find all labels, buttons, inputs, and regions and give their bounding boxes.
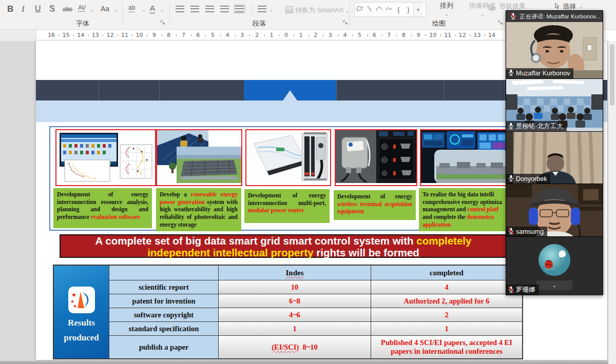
highlight-color-button[interactable]: ab	[128, 4, 135, 13]
mic-muted-icon	[508, 228, 514, 236]
ruler-mark: 6	[197, 32, 200, 38]
video-tile-luoshanna[interactable]: ⌄ 罗珊娜	[506, 236, 603, 295]
participant-name-label: Donyorbek	[506, 174, 550, 184]
shape-effects-icon[interactable]	[488, 4, 496, 13]
chevron-down-icon[interactable]: ⌄	[114, 7, 118, 12]
slide-image-wireless-terminal	[335, 129, 417, 186]
ruler-mark: 10	[430, 32, 437, 38]
ruler-tick	[279, 34, 279, 36]
ruler-tick	[249, 34, 250, 36]
caption-renewable-energy: Develop a renewable energy power generat…	[156, 188, 241, 231]
paragraph-group-label: 段落	[253, 19, 266, 28]
ruler-tick	[440, 34, 441, 36]
right-brace-shape-icon[interactable]: }	[403, 6, 413, 13]
table-cell: 1	[371, 322, 522, 335]
font-dialog-launcher-icon[interactable]	[160, 20, 166, 26]
chevron-down-icon[interactable]: ⌄	[90, 7, 94, 12]
italic-button[interactable]: I	[22, 4, 25, 14]
chevron-up-icon[interactable]: ⌃	[552, 23, 556, 29]
ruler-tick	[235, 34, 236, 36]
ruler-mark: 5	[358, 32, 361, 38]
mic-icon	[508, 175, 514, 183]
curve-shape-icon[interactable]	[384, 6, 394, 13]
results-produced-cell: Results produced	[54, 266, 109, 358]
bold-button[interactable]: B	[7, 4, 13, 14]
shapes-more-dropdown[interactable]: ▾	[413, 3, 422, 16]
convert-smartart-button[interactable]: 转换为 SmartArt ⌄	[285, 6, 349, 15]
chevron-down-icon[interactable]: ⌄	[160, 7, 164, 12]
distribute-button[interactable]	[235, 5, 244, 14]
video-tile-muzaffar[interactable]: ⌃ Muzaffar Kurbonov	[506, 22, 603, 78]
participant-name: samsumg	[516, 228, 544, 235]
table-cell: standard specification	[109, 322, 218, 335]
ruler-mark: 9	[417, 32, 420, 38]
ruler-tick	[132, 34, 132, 36]
ruler-tick	[426, 34, 426, 36]
ruler-mark: 14	[488, 32, 495, 38]
justify-button[interactable]	[220, 5, 229, 14]
ruler-tick	[73, 34, 74, 36]
chevron-down-icon[interactable]: ⌄	[142, 7, 146, 12]
ruler-mark: 1	[299, 32, 303, 38]
chevron-down-icon[interactable]: ⌄	[579, 4, 583, 9]
ruler-tick	[294, 34, 294, 36]
video-tile-classroom[interactable]: 景柳铭-北方工大	[506, 78, 603, 132]
character-spacing-button[interactable]: AV	[78, 4, 86, 12]
video-tile-samsumg[interactable]: samsumg	[506, 184, 603, 237]
arrange-button[interactable]: 排列⌄	[434, 2, 459, 18]
banner-text: A complete set of big data smart grid sm…	[76, 235, 491, 258]
table-cell: 10	[219, 280, 371, 294]
arc-shape-icon[interactable]	[374, 6, 384, 13]
separator	[122, 2, 123, 25]
align-left-button[interactable]	[176, 5, 184, 14]
ruler-mark: 3	[329, 32, 332, 38]
mic-muted-icon	[510, 13, 516, 21]
video-conference-panel[interactable]: 正在讲话: Muzaffar Kurbonov... ⌃ Muzaffar	[506, 10, 603, 295]
ruler-tick	[455, 34, 456, 36]
left-brace-shape-icon[interactable]: {	[394, 6, 403, 13]
ruler-tick	[470, 34, 470, 36]
align-center-icon	[190, 6, 199, 12]
ruler-mark: 16	[48, 32, 55, 38]
ruler-mark: 8	[402, 32, 406, 38]
speaking-now-header[interactable]: 正在讲话: Muzaffar Kurbonov...	[506, 11, 603, 22]
nav-pointer-triangle	[283, 90, 297, 100]
align-right-button[interactable]	[205, 5, 214, 14]
strikethrough-button[interactable]: abc	[63, 6, 72, 13]
collapse-panel-button[interactable]: ⌄	[536, 280, 572, 290]
freeform-shape-icon[interactable]	[355, 6, 364, 13]
scrollbar-thumb[interactable]	[610, 44, 614, 106]
scribble-shape-icon[interactable]	[364, 6, 374, 13]
table-cell: scientific report	[109, 280, 218, 294]
line-spacing-icon	[258, 6, 266, 12]
ruler-tick	[220, 34, 221, 36]
font-color-button[interactable]: A	[150, 4, 155, 14]
ruler-tick	[176, 34, 177, 36]
avatar	[538, 244, 570, 276]
ruler-mark: 14	[77, 32, 84, 38]
ruler-tick	[264, 34, 265, 36]
align-center-button[interactable]	[190, 5, 199, 14]
paragraph-dialog-launcher-icon[interactable]	[343, 20, 349, 26]
ruler-tick	[88, 34, 89, 36]
drawing-dialog-launcher-icon[interactable]	[498, 20, 504, 26]
canvas-bottom-edge	[0, 361, 616, 364]
underline-button[interactable]: U	[35, 4, 41, 13]
mic-muted-icon	[508, 286, 514, 294]
ruler-tick	[323, 34, 323, 36]
project-logo	[68, 287, 95, 313]
video-tile-donyorbek[interactable]: Donyorbek	[506, 131, 603, 184]
ruler-mark: 15	[63, 32, 70, 38]
slide-image-solar-plant	[156, 129, 242, 186]
chevron-down-icon[interactable]: ⌄	[269, 7, 273, 12]
text-shadow-button[interactable]: S	[49, 4, 55, 13]
ruler-mark: 12	[106, 32, 113, 38]
change-case-button[interactable]: Aa	[101, 5, 109, 13]
table-cell: Published 4 SCI/EI papers, accepted 4 EI…	[371, 336, 522, 358]
participant-name-label: 罗珊娜	[506, 285, 539, 295]
vertical-scrollbar[interactable]	[608, 41, 616, 364]
line-spacing-button[interactable]	[258, 5, 266, 14]
shapes-gallery[interactable]: { } ▾	[354, 2, 426, 17]
smartart-icon	[285, 6, 293, 13]
shape-effects-button[interactable]: 形状效果	[499, 2, 526, 11]
